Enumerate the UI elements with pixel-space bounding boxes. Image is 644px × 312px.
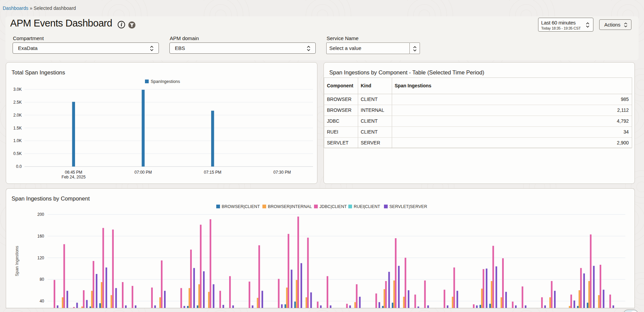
svg-text:07:15 PM: 07:15 PM [204,170,221,175]
svg-text:1.5K: 1.5K [13,126,22,131]
svg-text:07:00 PM: 07:00 PM [134,170,152,175]
svg-text:80: 80 [40,277,44,282]
svg-text:0.5K: 0.5K [13,151,22,156]
svg-text:3.0K: 3.0K [13,87,22,92]
svg-text:160: 160 [37,234,44,239]
svg-text:120: 120 [37,256,44,260]
svg-text:Span Ingestions: Span Ingestions [15,246,19,276]
svg-text:200: 200 [37,212,44,217]
svg-text:SERVLET|SERVER: SERVLET|SERVER [389,204,427,209]
svg-text:1.0K: 1.0K [13,138,22,143]
svg-text:BROWSER|INTERNAL: BROWSER|INTERNAL [268,204,312,209]
svg-text:RUEI|CLIENT: RUEI|CLIENT [354,204,380,209]
svg-text:Feb 24, 2025: Feb 24, 2025 [61,175,86,179]
svg-text:SpanIngestions: SpanIngestions [151,79,180,84]
svg-text:2.5K: 2.5K [13,100,22,105]
svg-text:07:30 PM: 07:30 PM [273,170,291,175]
svg-text:JDBC|CLIENT: JDBC|CLIENT [319,204,347,209]
svg-text:2.0K: 2.0K [13,113,22,118]
svg-text:BROWSER|CLIENT: BROWSER|CLIENT [222,204,260,209]
svg-text:06:45 PM: 06:45 PM [65,170,82,175]
svg-text:0.0: 0.0 [16,164,22,169]
svg-text:40: 40 [40,299,44,304]
